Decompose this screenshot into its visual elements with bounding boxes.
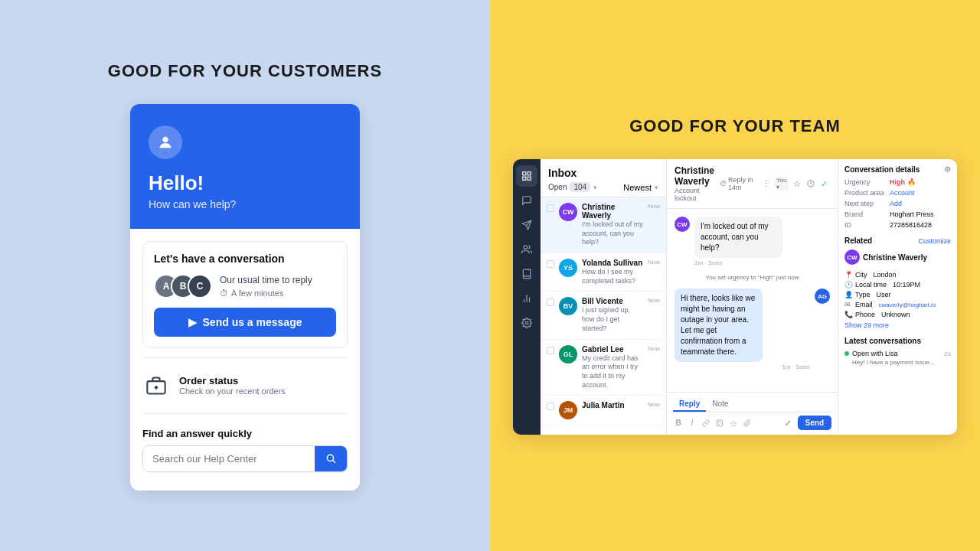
chat-messages: CW I'm locked out of my account, can you…	[667, 209, 838, 392]
usual-reply-text: Our usual time to reply	[220, 275, 312, 285]
filter-open-label[interactable]: Open	[548, 183, 567, 191]
conversation-item[interactable]: YS Yolanda Sullivan How do I see my comp…	[541, 253, 666, 292]
conv-checkbox[interactable]	[547, 347, 554, 354]
search-input[interactable]	[143, 446, 315, 471]
svg-rect-9	[523, 177, 526, 180]
inbox-list: Inbox Open 104 ▾ Newest ▾ CW Christine W…	[541, 159, 667, 435]
sidebar-icon-book[interactable]	[516, 263, 537, 285]
message-avatar: AG	[815, 289, 830, 304]
message-meta: 1m · Seen	[675, 364, 810, 370]
time-value: 10:19PM	[893, 281, 920, 289]
send-chat-button[interactable]: Send	[798, 416, 831, 430]
italic-icon[interactable]: I	[687, 418, 697, 429]
email-row: ✉ Email cwaverly@hoghart.io	[844, 301, 951, 308]
brand-label: Brand	[844, 210, 887, 218]
urgency-value: High 🔥	[890, 178, 916, 186]
svg-point-19	[718, 421, 719, 422]
emoji-icon[interactable]: ☺	[728, 418, 739, 429]
sidebar-icon-users[interactable]	[516, 239, 537, 260]
conv-checkbox[interactable]	[547, 403, 554, 410]
image-icon[interactable]	[714, 418, 725, 429]
details-gear-icon[interactable]: ⚙	[944, 165, 951, 174]
customize-label[interactable]: Customize	[918, 237, 951, 245]
latest-item-label: Open with Lisa	[852, 350, 898, 357]
city-row: 📍 City London	[844, 271, 951, 279]
search-section: Find an answer quickly	[142, 422, 348, 478]
location-icon: 📍	[844, 271, 852, 279]
widget-hello: Hello!	[149, 171, 341, 195]
phone-icon: 📞	[844, 311, 852, 318]
conv-checkbox[interactable]	[547, 260, 554, 268]
phone-label: Phone	[855, 311, 875, 318]
related-title: Related Customize	[844, 236, 951, 245]
sidebar-icon-chat[interactable]	[516, 190, 537, 211]
next-step-row: Next step Add	[844, 200, 951, 207]
svg-point-4	[327, 455, 333, 461]
svg-line-5	[333, 461, 335, 463]
order-title: Order status	[179, 375, 286, 386]
expand-icon[interactable]: ⤢	[781, 416, 795, 430]
id-label: ID	[844, 221, 887, 229]
conv-name: Yolanda Sullivan	[582, 259, 643, 267]
conversation-item[interactable]: BV Bill Vicente I just signed up, how do…	[541, 292, 666, 339]
search-row	[142, 445, 348, 472]
city-label: City	[855, 271, 867, 279]
order-section[interactable]: Order status Check on your recent orders	[142, 366, 348, 406]
chat-header-left: Christine Waverly Account lockout	[675, 165, 720, 202]
attach-icon[interactable]	[742, 418, 753, 429]
assign-button[interactable]: You ▾	[775, 177, 789, 191]
conv-checkbox[interactable]	[547, 204, 554, 212]
message-avatar: CW	[675, 217, 690, 232]
newest-dropdown-icon: ▾	[655, 184, 658, 191]
widget-card: Hello! How can we help? Let's have a con…	[130, 104, 360, 491]
conversation-item[interactable]: CW Christine Waverly I'm locked out of m…	[541, 197, 666, 253]
order-subtitle: Check on your recent orders	[179, 386, 286, 396]
message-row: Hi there, looks like we might be having …	[675, 289, 830, 370]
next-step-value[interactable]: Add	[890, 200, 951, 207]
agents-row: A B C Our usual time to reply ⏱ A few mi…	[154, 274, 336, 298]
conversation-item[interactable]: JM Julia Martin Now	[541, 396, 666, 425]
star-button[interactable]: ☆	[792, 177, 802, 191]
latest-conversation-item[interactable]: Open with Lisa 2d	[844, 350, 951, 357]
search-button[interactable]	[315, 446, 347, 471]
sidebar-icon-chart[interactable]	[516, 288, 537, 309]
chat-input-row: B I ☺ ⤢	[673, 416, 831, 430]
filter-count-badge: 104	[570, 182, 590, 192]
filter-newest[interactable]: Newest	[623, 183, 652, 192]
conv-avatar: CW	[559, 203, 577, 221]
send-message-button[interactable]: ▶ Send us a message	[154, 308, 336, 337]
conversation-item[interactable]: GL Gabriel Lee My credit card has an err…	[541, 340, 666, 396]
product-value[interactable]: Account	[890, 189, 951, 197]
resolve-button[interactable]: ✓	[819, 177, 830, 191]
app-sidebar	[513, 159, 541, 435]
sidebar-icon-home[interactable]	[516, 165, 537, 187]
snooze-button[interactable]	[805, 177, 816, 191]
inbox-main: Christine Waverly Account lockout ⏱ Repl…	[667, 159, 838, 435]
conv-info: Bill Vicente I just signed up, how do I …	[582, 297, 643, 333]
urgency-label: Urgency	[844, 178, 887, 186]
related-person-name[interactable]: Christine Waverly	[863, 253, 927, 262]
inbox-app: Inbox Open 104 ▾ Newest ▾ CW Christine W…	[513, 159, 957, 435]
show-more-link[interactable]: Show 29 more	[844, 321, 951, 329]
latest-item-time: 2d	[944, 350, 951, 357]
left-title: GOOD FOR YOUR CUSTOMERS	[108, 61, 382, 81]
conv-name: Christine Waverly	[582, 203, 643, 220]
next-step-label: Next step	[844, 200, 887, 207]
more-options-button[interactable]: ⋮	[761, 177, 772, 191]
tab-note[interactable]: Note	[706, 397, 734, 412]
svg-rect-8	[528, 177, 531, 180]
conv-name: Gabriel Lee	[582, 345, 643, 354]
sidebar-icon-settings[interactable]	[516, 312, 537, 334]
widget-header: Hello! How can we help?	[130, 104, 360, 229]
svg-point-12	[524, 246, 528, 249]
phone-row: 📞 Phone Unknown	[844, 311, 951, 318]
chat-customer-name: Christine Waverly	[675, 165, 720, 187]
link-icon[interactable]	[701, 418, 711, 429]
conv-checkbox[interactable]	[547, 298, 554, 306]
time-icon: 🕐	[844, 281, 852, 289]
sidebar-icon-send[interactable]	[516, 214, 537, 236]
bold-icon[interactable]: B	[673, 418, 684, 429]
conv-preview: I'm locked out of my account, can you he…	[582, 220, 643, 247]
tab-reply[interactable]: Reply	[673, 397, 706, 412]
city-value: London	[874, 271, 897, 279]
